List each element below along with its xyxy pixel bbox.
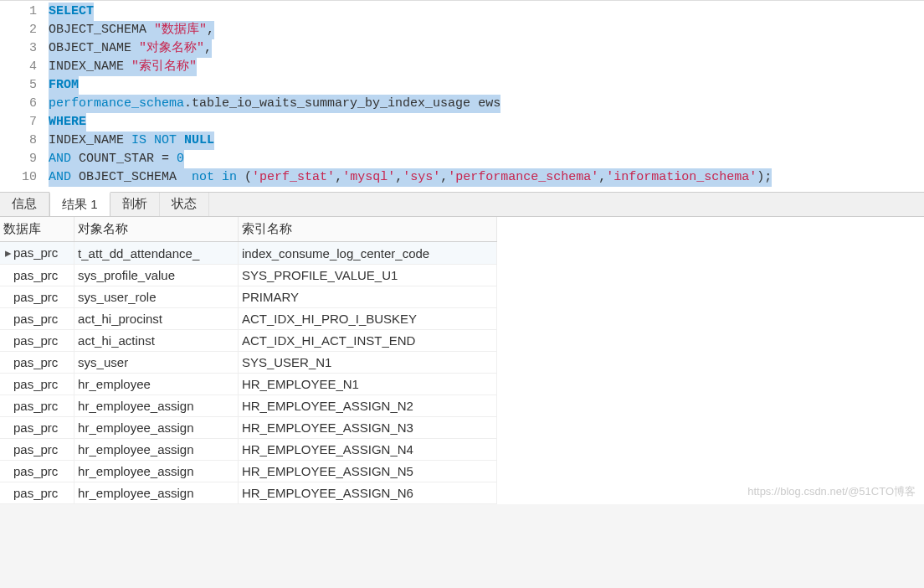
- cell-idx[interactable]: SYS_USER_N1: [238, 352, 496, 374]
- cell-db[interactable]: pas_prc: [0, 330, 74, 352]
- kw-and: AND: [49, 170, 71, 184]
- kw-and: AND: [49, 152, 71, 166]
- cell-obj[interactable]: t_att_dd_attendance_: [74, 242, 239, 265]
- col-object-name: OBJECT_NAME: [49, 41, 131, 55]
- table-row[interactable]: pas_prchr_employee_assignHR_EMPLOYEE_ASS…: [0, 461, 497, 482]
- tab-info[interactable]: 信息: [0, 193, 49, 216]
- cell-idx[interactable]: HR_EMPLOYEE_ASSIGN_N5: [238, 461, 496, 482]
- table-row[interactable]: pas_prchr_employee_assignHR_EMPLOYEE_ASS…: [0, 417, 497, 439]
- line-number: 2: [0, 21, 37, 39]
- where-object-schema: OBJECT_SCHEMA: [79, 170, 177, 184]
- cell-db[interactable]: pas_prc: [0, 461, 74, 482]
- tab-status[interactable]: 状态: [160, 193, 209, 216]
- tab-result-1[interactable]: 结果 1: [49, 192, 110, 216]
- line-number: 7: [0, 113, 37, 132]
- code-container[interactable]: SELECT OBJECT_SCHEMA "数据库", OBJECT_NAME …: [49, 3, 924, 187]
- col-object-schema: OBJECT_SCHEMA: [49, 23, 146, 37]
- cell-obj[interactable]: act_hi_procinst: [74, 308, 239, 330]
- cell-db[interactable]: pas_prc: [0, 482, 74, 504]
- cell-obj[interactable]: hr_employee_assign: [74, 417, 239, 439]
- kw-not-in: not in: [192, 170, 237, 184]
- cell-idx[interactable]: HR_EMPLOYEE_ASSIGN_N2: [238, 395, 496, 417]
- cell-obj[interactable]: hr_employee_assign: [74, 395, 239, 417]
- table-row[interactable]: pas_prchr_employee_assignHR_EMPLOYEE_ASS…: [0, 439, 497, 461]
- line-number: 1: [0, 3, 37, 21]
- cell-obj[interactable]: hr_employee_assign: [74, 439, 239, 461]
- cell-obj[interactable]: hr_employee_assign: [74, 461, 239, 482]
- line-number: 3: [0, 39, 37, 58]
- alias-obj: "对象名称": [139, 41, 204, 55]
- cell-db[interactable]: pas_prc: [0, 352, 74, 374]
- cell-obj[interactable]: hr_employee: [74, 374, 239, 395]
- cell-idx[interactable]: HR_EMPLOYEE_ASSIGN_N3: [238, 417, 496, 439]
- cell-db[interactable]: pas_prc: [0, 374, 74, 395]
- cell-idx[interactable]: ACT_IDX_HI_PRO_I_BUSKEY: [238, 308, 496, 330]
- table-row[interactable]: pas_prchr_employee_assignHR_EMPLOYEE_ASS…: [0, 395, 497, 417]
- cell-db[interactable]: ▸pas_prc: [0, 242, 74, 265]
- table-row[interactable]: pas_prchr_employeeHR_EMPLOYEE_N1: [0, 374, 497, 395]
- line-number: 5: [0, 76, 37, 95]
- cell-idx[interactable]: ACT_IDX_HI_ACT_INST_END: [238, 330, 496, 352]
- cell-db[interactable]: pas_prc: [0, 417, 74, 439]
- line-number: 9: [0, 150, 37, 168]
- cell-obj[interactable]: sys_profile_value: [74, 265, 239, 286]
- tab-analyze[interactable]: 剖析: [110, 193, 160, 216]
- alias-idx: "索引名称": [131, 59, 197, 74]
- cell-idx[interactable]: index_consume_log_center_code: [238, 242, 496, 265]
- col-index-name: INDEX_NAME: [49, 59, 124, 74]
- table-row[interactable]: pas_prcsys_user_rolePRIMARY: [0, 286, 497, 308]
- cell-idx[interactable]: HR_EMPLOYEE_N1: [238, 374, 496, 395]
- results-grid[interactable]: 数据库 对象名称 索引名称 ▸pas_prct_att_dd_attendanc…: [0, 217, 924, 504]
- alias-db: "数据库": [154, 23, 207, 37]
- table-row[interactable]: pas_prcsys_userSYS_USER_N1: [0, 352, 497, 374]
- sql-editor[interactable]: 1 2 3 4 5 6 7 8 9 10 SELECT OBJECT_SCHEM…: [0, 0, 924, 192]
- kw-select: SELECT: [49, 4, 94, 18]
- count-star: COUNT_STAR: [79, 152, 154, 166]
- schema-name: performance_schema: [49, 96, 184, 111]
- cell-obj[interactable]: act_hi_actinst: [74, 330, 239, 352]
- col-header-obj[interactable]: 对象名称: [74, 217, 239, 242]
- line-gutter: 1 2 3 4 5 6 7 8 9 10: [0, 3, 49, 187]
- cell-obj[interactable]: hr_employee_assign: [74, 482, 239, 504]
- table-row[interactable]: pas_prcact_hi_procinstACT_IDX_HI_PRO_I_B…: [0, 308, 497, 330]
- table-row[interactable]: pas_prchr_employee_assignHR_EMPLOYEE_ASS…: [0, 482, 497, 504]
- line-number: 4: [0, 58, 37, 76]
- col-header-db[interactable]: 数据库: [0, 217, 74, 242]
- table-name: table_io_waits_summary_by_index_usage: [192, 96, 470, 111]
- cell-idx[interactable]: PRIMARY: [238, 286, 496, 308]
- row-indicator-icon: ▸: [3, 245, 13, 260]
- line-number: 8: [0, 132, 37, 150]
- cell-db[interactable]: pas_prc: [0, 439, 74, 461]
- cell-idx[interactable]: SYS_PROFILE_VALUE_U1: [238, 265, 496, 286]
- kw-where: WHERE: [49, 115, 86, 129]
- line-number: 6: [0, 95, 37, 113]
- cell-idx[interactable]: HR_EMPLOYEE_ASSIGN_N6: [238, 482, 496, 504]
- table-alias: ews: [478, 96, 501, 111]
- line-number: 10: [0, 168, 37, 187]
- table-header-row: 数据库 对象名称 索引名称: [0, 217, 497, 242]
- cell-db[interactable]: pas_prc: [0, 308, 74, 330]
- cell-db[interactable]: pas_prc: [0, 395, 74, 417]
- cell-idx[interactable]: HR_EMPLOYEE_ASSIGN_N4: [238, 439, 496, 461]
- col-header-idx[interactable]: 索引名称: [238, 217, 496, 242]
- cell-db[interactable]: pas_prc: [0, 286, 74, 308]
- table-row[interactable]: ▸pas_prct_att_dd_attendance_index_consum…: [0, 242, 497, 265]
- table-row[interactable]: pas_prcact_hi_actinstACT_IDX_HI_ACT_INST…: [0, 330, 497, 352]
- where-index-name: INDEX_NAME: [49, 133, 124, 147]
- table-row[interactable]: pas_prcsys_profile_valueSYS_PROFILE_VALU…: [0, 265, 497, 286]
- cell-obj[interactable]: sys_user: [74, 352, 239, 374]
- result-tabs: 信息 结果 1 剖析 状态: [0, 192, 924, 217]
- cell-db[interactable]: pas_prc: [0, 265, 74, 286]
- kw-from: FROM: [49, 78, 79, 92]
- cell-obj[interactable]: sys_user_role: [74, 286, 239, 308]
